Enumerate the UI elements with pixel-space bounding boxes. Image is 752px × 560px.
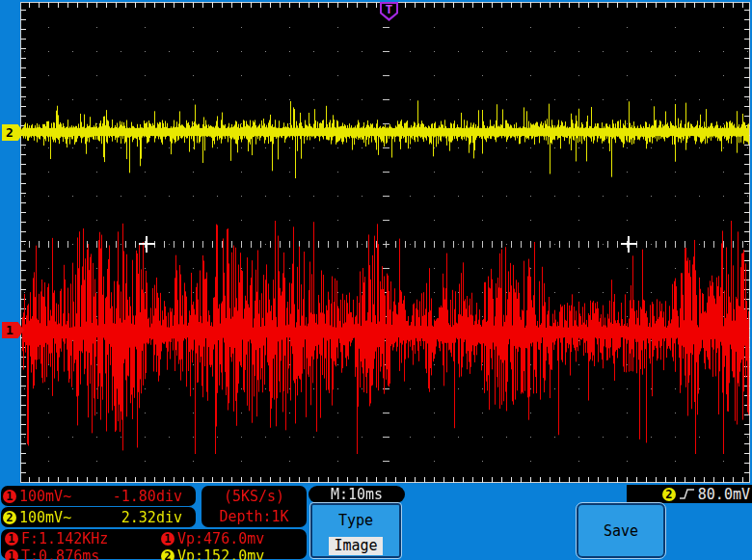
oscilloscope-screen: T 2 1 1 100mV~ -1.80div 2 100mV~ 2.32div… [0,0,752,560]
channel2-position: 2.32div [121,509,182,526]
channel2-settings: 2 100mV~ 2.32div [1,507,196,527]
measurement-ch-badge: 1 [5,532,18,546]
channel1-badge: 1 [3,490,16,503]
measurements-panel: 1 F:1.142KHz 1 Vp:476.0mv 1 T:0.876ms 2 … [1,529,307,559]
menu-type-label: Type [338,512,373,529]
sample-rate: (5KS/s) [224,488,284,505]
memory-depth: Depth:1K [219,508,288,525]
channel2-vscale: 100mV~ [19,509,71,526]
save-button[interactable]: Save [577,503,665,558]
measurement-vp-ch2: 2 Vp:152.0mv [161,547,305,560]
waveform-display [0,0,752,560]
trigger-level-readout: 2 80.0mV [627,485,752,503]
measurement-frequency: 1 F:1.142KHz [5,530,161,547]
channel1-vscale: 100mV~ [19,488,71,505]
channel2-badge: 2 [3,511,16,524]
channel1-position: -1.80div [113,488,182,505]
measurement-period: 1 T:0.876ms [5,547,161,560]
menu-type-value[interactable]: Image [329,537,382,555]
measurement-value: F:1.142KHz [21,530,108,547]
measurement-ch-badge: 1 [5,549,18,560]
rising-edge-icon [679,488,695,500]
acquisition-info: (5KS/s) Depth:1K [201,486,307,527]
measurement-vp-ch1: 1 Vp:476.0mv [161,530,305,547]
measurement-ch-badge: 1 [161,532,175,546]
measurement-ch-badge: 2 [161,549,175,560]
channel1-settings: 1 100mV~ -1.80div [1,486,196,506]
measurement-value: Vp:476.0mv [177,530,264,547]
menu-type-softkey[interactable]: Type Image [310,503,401,558]
trigger-marker-label: T [380,2,398,16]
timebase-value: M:10ms [331,486,383,503]
trigger-level-value: 80.0mV [698,486,750,503]
measurement-value: Vp:152.0mv [177,547,264,560]
measurement-value: T:0.876ms [21,547,99,560]
trigger-source-badge: 2 [662,488,676,501]
timebase-readout: M:10ms [309,486,405,503]
